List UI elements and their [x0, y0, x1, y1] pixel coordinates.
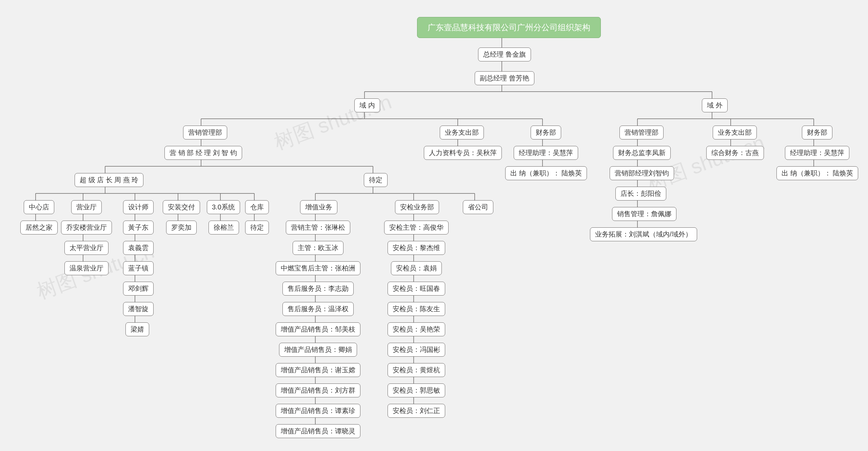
des-2-node[interactable]: 袁義雲: [123, 241, 154, 255]
hall-node[interactable]: 营业厅: [71, 200, 102, 214]
vas-4-node[interactable]: 售后服务员：李志勋: [282, 282, 354, 296]
insp-3-node[interactable]: 安检员：袁娟: [391, 261, 442, 275]
des-1-node[interactable]: 黃子东: [123, 221, 154, 234]
sys30-node[interactable]: 3.0系统: [207, 200, 240, 214]
des-5-node[interactable]: 潘智旋: [123, 302, 154, 316]
yw-mkt-bizdev-node[interactable]: 业务拓展：刘淇斌（域内/域外）: [590, 227, 697, 241]
insp-5-node[interactable]: 安检员：陈友生: [388, 302, 445, 316]
insp-4-node[interactable]: 安检员：旺国春: [388, 282, 445, 296]
yw-mkt-cfo-node[interactable]: 财务总监李凤新: [613, 146, 671, 160]
yw-fin-asst-node[interactable]: 经理助理：吴慧萍: [785, 146, 849, 160]
root-node[interactable]: 广东壹品慧科技有限公司广州分公司组织架构: [417, 17, 601, 38]
yw-fin-node[interactable]: 财务部: [802, 126, 832, 139]
dgm-node[interactable]: 副总经理 曾芳艳: [475, 71, 534, 85]
insp-8-node[interactable]: 安检员：黄煜杭: [388, 363, 445, 377]
yn-biz-node[interactable]: 业务支出部: [440, 126, 484, 139]
yw-fin-cash-node[interactable]: 出 纳（兼职）： 陆焕英: [776, 166, 858, 180]
des-4-node[interactable]: 邓剑辉: [123, 282, 154, 296]
des-3-node[interactable]: 蓝子镇: [123, 261, 154, 275]
prov-node[interactable]: 省公司: [463, 200, 493, 214]
yw-mkt-mgr-node[interactable]: 营销部经理刘智钧: [610, 166, 674, 180]
vas-5-node[interactable]: 售后服务员：温泽权: [282, 302, 354, 316]
yn-mkt-mgr-node[interactable]: 营 销 部 经 理 刘 智 钧: [164, 146, 242, 160]
insp-10-node[interactable]: 安检员：刘仁正: [388, 404, 445, 418]
insp-7-node[interactable]: 安检员：冯国彬: [388, 343, 445, 357]
vas-9-node[interactable]: 增值产品销售员：刘方群: [276, 383, 360, 397]
supershop-node[interactable]: 超 级 店 长 周 燕 玲: [75, 173, 143, 187]
yw-mkt-shop-node[interactable]: 店长：彭阳俭: [615, 187, 666, 201]
gm-node[interactable]: 总经理 鲁金旗: [478, 48, 531, 61]
yunei-node[interactable]: 域 内: [354, 98, 380, 112]
yn-fin-node[interactable]: 财务部: [531, 126, 561, 139]
vas-8-node[interactable]: 增值产品销售员：谢玉嫦: [276, 363, 360, 377]
designer-node[interactable]: 设计师: [123, 200, 154, 214]
vas-2-node[interactable]: 主管：欧玉冰: [293, 241, 343, 255]
vas-1-node[interactable]: 营销主管：张琳松: [286, 221, 350, 234]
insp-9-node[interactable]: 安检员：郭思敏: [388, 383, 445, 397]
yw-mkt-node[interactable]: 营销管理部: [619, 126, 664, 139]
sys30-1-node[interactable]: 徐榕兰: [209, 221, 239, 234]
org-chart-canvas: 树图 shutu.cn 树图 shutu.cn 树图 shutu.cn 广东壹品…: [0, 0, 868, 451]
center-1-node[interactable]: 居然之家: [20, 221, 58, 234]
insp-node[interactable]: 安检业务部: [395, 200, 439, 214]
vas-node[interactable]: 增值业务: [300, 200, 337, 214]
vas-10-node[interactable]: 增值产品销售员：谭素珍: [276, 404, 360, 418]
yuwai-node[interactable]: 域 外: [702, 98, 728, 112]
insp-6-node[interactable]: 安检员：吴艳荣: [388, 322, 445, 336]
insp-1-node[interactable]: 安检主管：高俊华: [384, 221, 449, 234]
des-6-node[interactable]: 梁婧: [125, 322, 149, 336]
pending-node[interactable]: 待定: [364, 173, 388, 187]
warehouse-1-node[interactable]: 待定: [245, 221, 269, 234]
yn-mkt-node[interactable]: 营销管理部: [183, 126, 227, 139]
yn-fin-cash-node[interactable]: 出 纳（兼职）： 陆焕英: [505, 166, 587, 180]
vas-3-node[interactable]: 中燃宝售后主管：张柏洲: [276, 261, 360, 275]
install-node[interactable]: 安装交付: [163, 200, 200, 214]
warehouse-node[interactable]: 仓库: [245, 200, 269, 214]
yn-fin-asst-node[interactable]: 经理助理：吴慧萍: [514, 146, 578, 160]
install-1-node[interactable]: 罗奕加: [166, 221, 197, 234]
yw-biz-node[interactable]: 业务支出部: [713, 126, 757, 139]
hall-3-node[interactable]: 温泉营业厅: [64, 261, 108, 275]
vas-6-node[interactable]: 增值产品销售员：邹美枝: [276, 322, 360, 336]
yn-biz-hr-node[interactable]: 人力资料专员：吴秋萍: [424, 146, 502, 160]
hall-1-node[interactable]: 乔安楼营业厅: [61, 221, 112, 234]
vas-11-node[interactable]: 增值产品销售员：谭晓灵: [276, 424, 360, 438]
vas-7-node[interactable]: 增值产品销售员：卿娟: [279, 343, 357, 357]
hall-2-node[interactable]: 太平营业厅: [64, 241, 108, 255]
insp-2-node[interactable]: 安检员：黎杰维: [388, 241, 445, 255]
center-node[interactable]: 中心店: [24, 200, 54, 214]
yw-biz-fin-node[interactable]: 综合财务：古燕: [706, 146, 764, 160]
yw-mkt-sales-node[interactable]: 销售管理：詹佩娜: [612, 207, 676, 221]
